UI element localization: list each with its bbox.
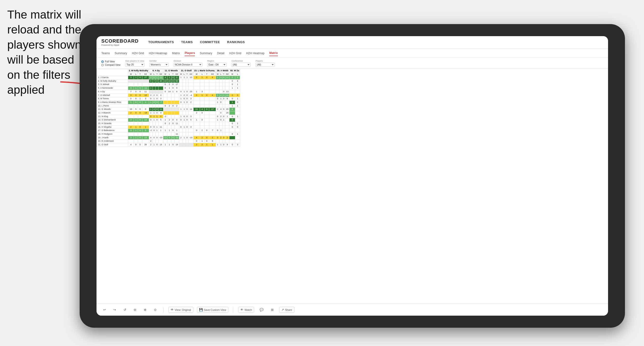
compact-view-radio[interactable]: Compact View (101, 64, 120, 66)
watch-button[interactable]: 👁 Watch (238, 307, 254, 313)
grid-icon: ⊞ (271, 308, 274, 312)
full-view-label: Full View (105, 60, 114, 63)
view-original-button[interactable]: 👁 View: Original (168, 307, 193, 313)
player-name: 18. H Hodgson (97, 133, 128, 136)
col-webb-l: L (219, 73, 222, 76)
max-players-select[interactable]: Top 25 Top 10 Top 50 (125, 63, 144, 67)
player-name: 1. J Garcia (97, 76, 128, 80)
logo-sub: Powered by clippd (101, 44, 138, 46)
filter-bar: Full View Compact View Max players in vi… (96, 58, 608, 69)
nav-teams[interactable]: TEAMS (181, 39, 193, 45)
players-label: Players (256, 60, 275, 62)
matrix-area[interactable]: 2. M Kelly Mulcahy 6. A Dy 11. G Woods 2… (96, 69, 608, 304)
annotation-text: The matrix will reload and the players s… (7, 7, 82, 97)
full-view-radio[interactable]: Full View (101, 60, 120, 63)
comment-icon: 💬 (260, 308, 264, 312)
sub-nav-matrix[interactable]: Matrix (172, 51, 180, 56)
col-stoll-l: L (183, 73, 186, 76)
main-nav: TOURNAMENTS TEAMS COMMITTEE RANKINGS (148, 39, 245, 45)
view-original-label: View: Original (175, 308, 191, 311)
col-webb-t: T (222, 73, 225, 76)
save-custom-view-button[interactable]: 💾 Save Custom View (197, 307, 228, 313)
table-row: 14. S Srichantamit 31014 0105 1204 0105 … (97, 118, 240, 122)
zoom-out-icon: ⊖ (134, 308, 136, 312)
full-view-radio-dot (101, 60, 104, 63)
col-wza-l: L (235, 73, 240, 76)
save-icon: 💾 (199, 308, 203, 312)
sub-nav-summary2[interactable]: Summary (200, 51, 212, 56)
compact-view-radio-dot (101, 64, 104, 66)
col-header-schuma: 23. L Marie Schuma. (193, 69, 216, 73)
share-button[interactable]: ↗ Share (279, 307, 294, 313)
table-row: 19. J Karth 31013 400-20 1300-31 210-10 … (97, 136, 240, 140)
col-ady-t: T (156, 73, 158, 76)
sub-nav-h2h-heatmap2[interactable]: H2H Heatmap (246, 51, 264, 56)
sub-navigation: Teams Summary H2H Grid H2H Heatmap Matri… (96, 49, 608, 58)
sub-nav-h2h-grid2[interactable]: H2H Grid (229, 51, 241, 56)
col-schuma-t: T (204, 73, 209, 76)
col-webb-dif: Dif (225, 73, 230, 76)
sub-nav-h2h-heatmap[interactable]: H2H Heatmap (149, 51, 167, 56)
table-row: 3. S Jelinek 02017 01 (97, 83, 240, 86)
col-mulcahy-t: T (138, 73, 142, 76)
sub-nav-summary[interactable]: Summary (114, 51, 127, 56)
reset-view-button[interactable]: ⊙ (152, 307, 158, 313)
table-row: 18. H Hodgson 11 01 (97, 133, 240, 136)
redo-button[interactable]: ↪ (112, 307, 118, 313)
player-name: 3. S Jelinek (97, 83, 128, 86)
gender-select[interactable]: Women's Men's (149, 63, 169, 67)
top-navigation: SCOREBOARD Powered by clippd TOURNAMENTS… (96, 36, 608, 49)
sub-nav-matrix2[interactable]: Matrix (269, 50, 278, 56)
col-stoll-dif: Dif (188, 73, 193, 76)
conference-select[interactable]: (All) (232, 63, 251, 67)
col-ady-l: L (153, 73, 156, 76)
watch-icon: 👁 (240, 308, 244, 312)
nav-tournaments[interactable]: TOURNAMENTS (148, 39, 174, 45)
player-name: 17. D Ballesteros (97, 129, 128, 133)
table-row: 10. L Perini 0202 11 (97, 104, 240, 108)
comment-button[interactable]: 💬 (258, 307, 266, 313)
col-ady-dif: Dif (158, 73, 163, 76)
nav-rankings[interactable]: RANKINGS (227, 39, 245, 45)
sub-nav-players[interactable]: Players (184, 50, 195, 56)
division-select[interactable]: NCAA Division II NCAA Division I NCAA Di… (174, 63, 202, 67)
save-custom-label: Save Custom View (204, 308, 226, 311)
undo-button[interactable]: ↩ (101, 307, 108, 313)
redo-icon: ↪ (114, 308, 116, 312)
col-header-wza: 60. W Za (230, 69, 240, 73)
table-row: 7. O Mitchell 30018 2202 120-4 0104 0402… (97, 93, 240, 97)
share-icon: ↗ (281, 308, 284, 312)
player-name: 21. O Stoll (97, 143, 128, 147)
eye-icon: 👁 (170, 308, 174, 312)
refresh-icon: ↺ (124, 308, 126, 312)
zoom-out-button[interactable]: ⊖ (132, 307, 138, 313)
zoom-in-button[interactable]: ⊕ (142, 307, 148, 313)
col-stoll-t: T (186, 73, 188, 76)
col-woods-w: W (163, 73, 168, 76)
player-name: 16. K Mcgaha (97, 125, 128, 129)
player-name: 13. N Klug (97, 115, 128, 118)
col-schuma-l: L (200, 73, 204, 76)
col-header-ostoll: 21. O Stoll (179, 69, 194, 73)
sub-nav-detail[interactable]: Detail (217, 51, 224, 56)
gender-filter: Gender Women's Men's (149, 60, 169, 67)
col-mulcahy-w: W (128, 73, 134, 76)
sub-nav-h2h-grid[interactable]: H2H Grid (132, 51, 144, 56)
players-select[interactable]: (All) (256, 63, 275, 67)
sub-nav-teams[interactable]: Teams (101, 51, 110, 56)
player-name: 14. S Srichantamit (97, 118, 128, 122)
player-name: 19. J Karth (97, 136, 128, 140)
region-label: Region (207, 60, 226, 62)
nav-committee[interactable]: COMMITTEE (200, 39, 220, 45)
table-row: 17. D Ballesteros 3105 -2011 1101 0207 0… (97, 129, 240, 133)
refresh-button[interactable]: ↺ (122, 307, 128, 313)
col-schuma-w: W (193, 73, 200, 76)
col-stoll-w: W (179, 73, 183, 76)
view-options: Full View Compact View (101, 60, 120, 66)
col-schuma-dif: Dif (209, 73, 216, 76)
players-filter: Players (All) (256, 60, 275, 67)
region-select[interactable]: East - DII West - DII (All) (207, 63, 226, 67)
player-name: 7. O Mitchell (97, 93, 128, 97)
player-name: 20. E Andersson (97, 140, 128, 143)
grid-button[interactable]: ⊞ (269, 307, 276, 313)
